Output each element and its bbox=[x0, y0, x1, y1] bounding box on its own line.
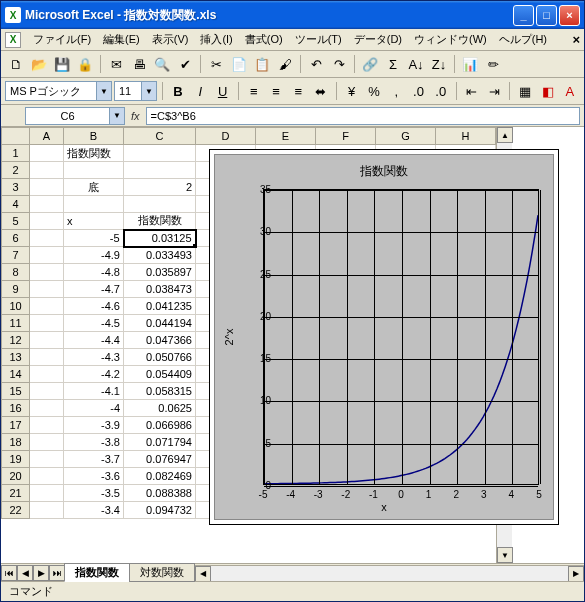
col-header-F[interactable]: F bbox=[316, 128, 376, 145]
cell-A11[interactable] bbox=[30, 315, 64, 332]
col-header-C[interactable]: C bbox=[124, 128, 196, 145]
comma-icon[interactable]: , bbox=[386, 80, 406, 102]
cut-icon[interactable]: ✂ bbox=[205, 53, 227, 75]
select-all-cell[interactable] bbox=[2, 128, 30, 145]
scroll-up-icon[interactable]: ▲ bbox=[497, 127, 513, 143]
redo-icon[interactable]: ↷ bbox=[328, 53, 350, 75]
cell-B7[interactable]: -4.9 bbox=[64, 247, 124, 264]
menu-item[interactable]: データ(D) bbox=[348, 31, 408, 47]
cell-B15[interactable]: -4.1 bbox=[64, 383, 124, 400]
cell-B18[interactable]: -3.8 bbox=[64, 434, 124, 451]
fx-icon[interactable]: fx bbox=[131, 110, 140, 122]
cell-B10[interactable]: -4.6 bbox=[64, 298, 124, 315]
sort-desc-icon[interactable]: Z↓ bbox=[428, 53, 450, 75]
fill-color-icon[interactable]: ◧ bbox=[538, 80, 558, 102]
align-center-icon[interactable]: ≡ bbox=[266, 80, 286, 102]
decrease-decimal-icon[interactable]: .0 bbox=[431, 80, 451, 102]
menu-item[interactable]: 書式(O) bbox=[239, 31, 289, 47]
sheet-tab[interactable]: 指数関数 bbox=[64, 563, 130, 582]
cell-B20[interactable]: -3.6 bbox=[64, 468, 124, 485]
row-header-20[interactable]: 20 bbox=[2, 468, 30, 485]
cell-A14[interactable] bbox=[30, 366, 64, 383]
underline-icon[interactable]: U bbox=[212, 80, 232, 102]
cell-A3[interactable] bbox=[30, 179, 64, 196]
chevron-down-icon[interactable]: ▼ bbox=[141, 82, 156, 100]
font-color-icon[interactable]: A bbox=[560, 80, 580, 102]
permission-icon[interactable]: 🔒 bbox=[74, 53, 96, 75]
format-painter-icon[interactable]: 🖌 bbox=[274, 53, 296, 75]
menu-item[interactable]: 挿入(I) bbox=[194, 31, 238, 47]
row-header-18[interactable]: 18 bbox=[2, 434, 30, 451]
tab-prev-icon[interactable]: ◀ bbox=[17, 565, 33, 581]
new-icon[interactable]: 🗋 bbox=[5, 53, 27, 75]
save-icon[interactable]: 💾 bbox=[51, 53, 73, 75]
autosum-icon[interactable]: Σ bbox=[382, 53, 404, 75]
menu-item[interactable]: ヘルプ(H) bbox=[493, 31, 553, 47]
align-right-icon[interactable]: ≡ bbox=[288, 80, 308, 102]
row-header-8[interactable]: 8 bbox=[2, 264, 30, 281]
cell-C16[interactable]: 0.0625 bbox=[124, 400, 196, 417]
cell-C17[interactable]: 0.066986 bbox=[124, 417, 196, 434]
cell-C11[interactable]: 0.044194 bbox=[124, 315, 196, 332]
tab-last-icon[interactable]: ⏭ bbox=[49, 565, 65, 581]
cell-A2[interactable] bbox=[30, 162, 64, 179]
cell-C13[interactable]: 0.050766 bbox=[124, 349, 196, 366]
row-header-19[interactable]: 19 bbox=[2, 451, 30, 468]
cell-A15[interactable] bbox=[30, 383, 64, 400]
row-header-15[interactable]: 15 bbox=[2, 383, 30, 400]
cell-A22[interactable] bbox=[30, 502, 64, 519]
col-header-H[interactable]: H bbox=[436, 128, 496, 145]
undo-icon[interactable]: ↶ bbox=[305, 53, 327, 75]
font-size-combo[interactable]: ▼ bbox=[114, 81, 157, 101]
row-header-14[interactable]: 14 bbox=[2, 366, 30, 383]
chevron-down-icon[interactable]: ▼ bbox=[109, 108, 124, 124]
row-header-13[interactable]: 13 bbox=[2, 349, 30, 366]
font-name-combo[interactable]: ▼ bbox=[5, 81, 112, 101]
cell-A8[interactable] bbox=[30, 264, 64, 281]
cell-B22[interactable]: -3.4 bbox=[64, 502, 124, 519]
cell-C2[interactable] bbox=[124, 162, 196, 179]
formula-input[interactable]: =C$3^B6 bbox=[146, 107, 580, 125]
italic-icon[interactable]: I bbox=[190, 80, 210, 102]
cell-B8[interactable]: -4.8 bbox=[64, 264, 124, 281]
menu-item[interactable]: ファイル(F) bbox=[27, 31, 97, 47]
sheet-tab[interactable]: 対数関数 bbox=[129, 563, 195, 582]
cell-A6[interactable] bbox=[30, 230, 64, 247]
minimize-button[interactable]: _ bbox=[513, 5, 534, 26]
worksheet[interactable]: ABCDEFGH1指数関数23底245x指数関数6-50.031257-4.90… bbox=[1, 127, 496, 563]
row-header-3[interactable]: 3 bbox=[2, 179, 30, 196]
preview-icon[interactable]: 🔍 bbox=[151, 53, 173, 75]
menu-item[interactable]: ウィンドウ(W) bbox=[408, 31, 493, 47]
row-header-11[interactable]: 11 bbox=[2, 315, 30, 332]
cell-A13[interactable] bbox=[30, 349, 64, 366]
cell-C8[interactable]: 0.035897 bbox=[124, 264, 196, 281]
cell-C10[interactable]: 0.041235 bbox=[124, 298, 196, 315]
cell-C12[interactable]: 0.047366 bbox=[124, 332, 196, 349]
cell-B17[interactable]: -3.9 bbox=[64, 417, 124, 434]
cell-B9[interactable]: -4.7 bbox=[64, 281, 124, 298]
row-header-12[interactable]: 12 bbox=[2, 332, 30, 349]
horizontal-scrollbar[interactable]: ◀ ▶ bbox=[195, 565, 584, 581]
row-header-7[interactable]: 7 bbox=[2, 247, 30, 264]
cell-A18[interactable] bbox=[30, 434, 64, 451]
cell-C19[interactable]: 0.076947 bbox=[124, 451, 196, 468]
cell-C7[interactable]: 0.033493 bbox=[124, 247, 196, 264]
row-header-9[interactable]: 9 bbox=[2, 281, 30, 298]
col-header-E[interactable]: E bbox=[256, 128, 316, 145]
cell-C5[interactable]: 指数関数 bbox=[124, 213, 196, 230]
maximize-button[interactable]: □ bbox=[536, 5, 557, 26]
cell-A20[interactable] bbox=[30, 468, 64, 485]
row-header-21[interactable]: 21 bbox=[2, 485, 30, 502]
percent-icon[interactable]: % bbox=[364, 80, 384, 102]
currency-icon[interactable]: ¥ bbox=[342, 80, 362, 102]
align-left-icon[interactable]: ≡ bbox=[244, 80, 264, 102]
paste-icon[interactable]: 📋 bbox=[251, 53, 273, 75]
cell-C4[interactable] bbox=[124, 196, 196, 213]
sort-asc-icon[interactable]: A↓ bbox=[405, 53, 427, 75]
name-box[interactable]: C6 ▼ bbox=[25, 107, 125, 125]
cell-B19[interactable]: -3.7 bbox=[64, 451, 124, 468]
row-header-16[interactable]: 16 bbox=[2, 400, 30, 417]
cell-C1[interactable] bbox=[124, 145, 196, 162]
cell-B6[interactable]: -5 bbox=[64, 230, 124, 247]
cell-B14[interactable]: -4.2 bbox=[64, 366, 124, 383]
